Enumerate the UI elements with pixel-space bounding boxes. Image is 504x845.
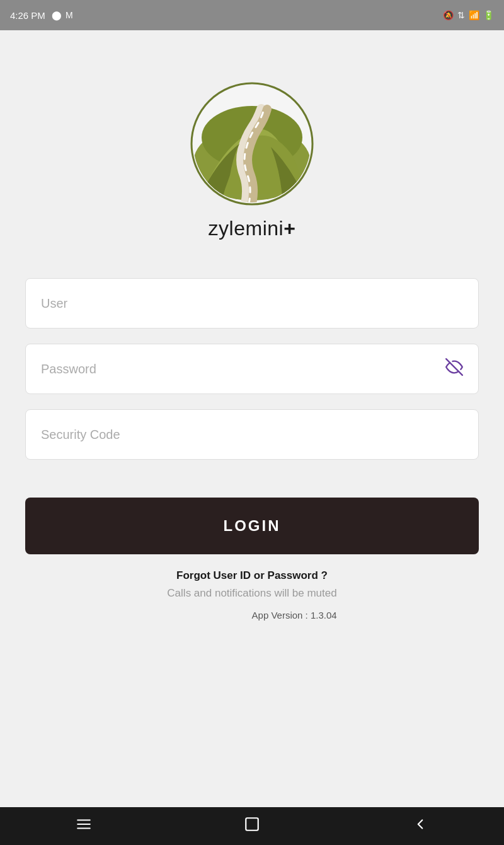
security-code-input[interactable] bbox=[41, 428, 463, 442]
logo-section: zylemini+ bbox=[189, 81, 315, 240]
form-section bbox=[25, 278, 479, 460]
status-bar-left: 4:26 PM ⬤ M bbox=[10, 10, 73, 21]
battery-icon: 🔋 bbox=[483, 10, 494, 20]
user-input-container bbox=[25, 278, 479, 329]
password-input-container bbox=[25, 344, 479, 394]
home-icon[interactable] bbox=[244, 816, 260, 836]
main-content: zylemini+ LOGIN Forgot User ID bbox=[0, 30, 504, 807]
status-icons-right: 🔕 ⇅ 📶 🔋 bbox=[443, 10, 494, 20]
circle-icon: ⬤ bbox=[52, 10, 62, 20]
password-input[interactable] bbox=[41, 362, 463, 376]
back-icon[interactable] bbox=[412, 816, 428, 836]
mail-icon: M bbox=[66, 10, 73, 20]
status-bar: 4:26 PM ⬤ M 🔕 ⇅ 📶 🔋 bbox=[0, 0, 504, 30]
status-time: 4:26 PM bbox=[10, 10, 45, 21]
app-logo bbox=[189, 81, 315, 207]
forgot-link[interactable]: Forgot User ID or Password ? bbox=[176, 569, 328, 582]
wifi-icon: 📶 bbox=[469, 10, 479, 20]
signal-icon: ⇅ bbox=[457, 10, 465, 20]
app-version: App Version : 1.3.04 bbox=[167, 610, 336, 621]
footer-section: Forgot User ID or Password ? Calls and n… bbox=[167, 569, 336, 621]
mute-icon: 🔕 bbox=[443, 10, 454, 20]
app-name-text: zylemini bbox=[209, 217, 284, 240]
eye-toggle-icon[interactable] bbox=[445, 358, 463, 380]
menu-icon[interactable] bbox=[76, 816, 92, 836]
user-input[interactable] bbox=[41, 296, 463, 311]
login-button[interactable]: LOGIN bbox=[25, 498, 479, 554]
app-name-plus: + bbox=[284, 217, 295, 240]
muted-text: Calls and notifications will be muted bbox=[167, 587, 336, 600]
status-icons-left: ⬤ M bbox=[52, 10, 73, 20]
nav-bar bbox=[0, 807, 504, 845]
security-code-input-container bbox=[25, 409, 479, 460]
svg-rect-8 bbox=[246, 818, 258, 830]
app-name: zylemini+ bbox=[209, 217, 296, 240]
